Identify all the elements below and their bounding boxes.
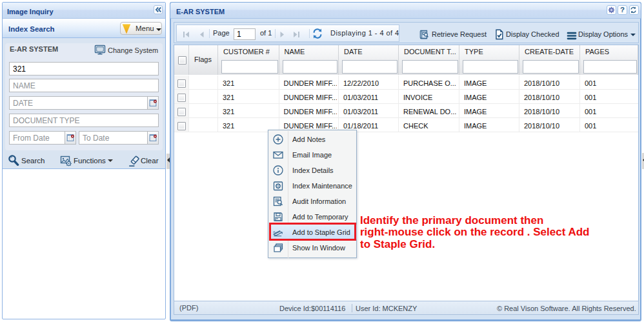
svg-text:?: ?: [620, 6, 625, 14]
